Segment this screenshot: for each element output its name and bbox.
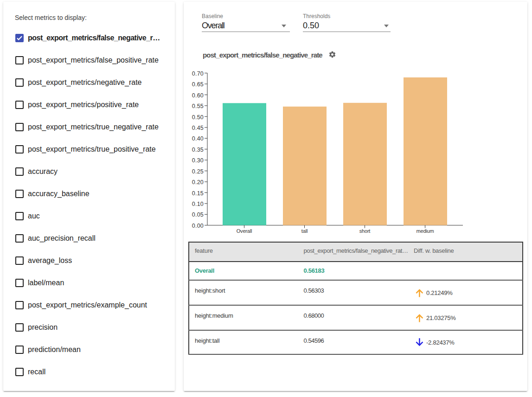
svg-text:0.55: 0.55 bbox=[192, 103, 204, 109]
svg-text:medium: medium bbox=[417, 228, 434, 234]
svg-text:0.00: 0.00 bbox=[192, 223, 204, 229]
svg-text:0.25: 0.25 bbox=[192, 168, 204, 175]
svg-text:0.05: 0.05 bbox=[192, 211, 204, 218]
svg-text:0.15: 0.15 bbox=[192, 190, 204, 197]
svg-text:0.60: 0.60 bbox=[192, 92, 204, 99]
svg-text:Overall: Overall bbox=[237, 228, 252, 234]
svg-text:0.45: 0.45 bbox=[192, 125, 204, 131]
svg-text:0.20: 0.20 bbox=[192, 179, 204, 186]
svg-text:0.30: 0.30 bbox=[192, 157, 204, 164]
svg-text:0.65: 0.65 bbox=[192, 81, 204, 88]
svg-text:0.40: 0.40 bbox=[192, 135, 204, 142]
svg-text:0.50: 0.50 bbox=[192, 114, 204, 121]
svg-text:short: short bbox=[359, 228, 371, 234]
svg-text:0.35: 0.35 bbox=[192, 147, 204, 153]
svg-text:0.10: 0.10 bbox=[192, 201, 204, 207]
svg-text:0.70: 0.70 bbox=[192, 70, 204, 77]
svg-text:tall: tall bbox=[301, 228, 308, 234]
